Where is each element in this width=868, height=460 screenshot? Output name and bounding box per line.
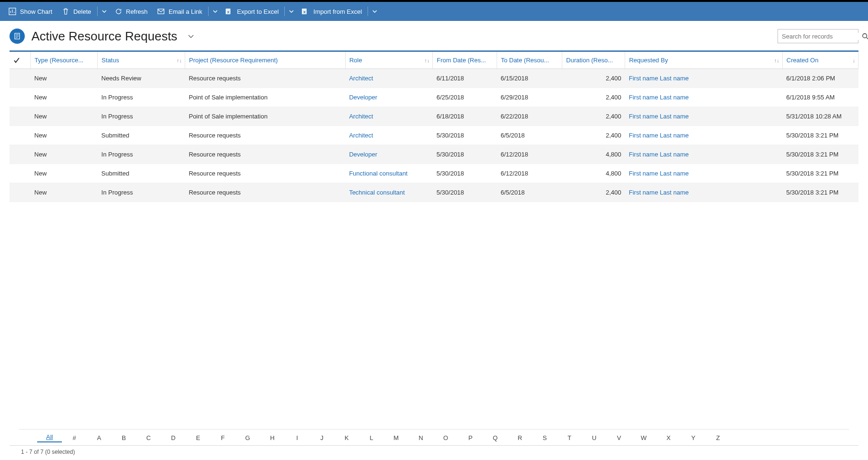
alpha-filter-item[interactable]: I — [285, 434, 309, 441]
cell-status: Submitted — [98, 164, 185, 183]
alpha-filter-item[interactable]: D — [161, 434, 186, 441]
table-row[interactable]: NewIn ProgressResource requestsTechnical… — [10, 183, 858, 202]
cell-type: New — [30, 69, 98, 88]
table-row[interactable]: NewSubmittedResource requestsFunctional … — [10, 164, 858, 183]
sort-icon: ↑↓ — [424, 58, 429, 63]
search-box[interactable] — [778, 29, 858, 43]
col-header-from-date[interactable]: From Date (Res... — [433, 52, 497, 69]
cell-requested-by-link[interactable]: First name Last name — [625, 183, 783, 202]
import-excel-button[interactable]: x Import from Excel — [297, 2, 367, 21]
cell-to-date: 6/12/2018 — [497, 164, 562, 183]
cell-to-date: 6/12/2018 — [497, 145, 562, 164]
alpha-filter-item[interactable]: O — [433, 434, 458, 441]
alpha-filter-item[interactable]: Z — [706, 434, 730, 441]
alpha-filter-item[interactable]: F — [210, 434, 235, 441]
alpha-filter-item[interactable]: L — [359, 434, 384, 441]
cell-role-link[interactable]: Architect — [345, 107, 433, 126]
col-header-role[interactable]: Role↑↓ — [345, 52, 433, 69]
import-excel-dropdown[interactable] — [369, 2, 380, 21]
email-link-dropdown[interactable] — [210, 2, 221, 21]
excel-import-icon: x — [302, 8, 309, 15]
cell-role-link[interactable]: Functional consultant — [345, 164, 433, 183]
alpha-filter-item[interactable]: P — [458, 434, 483, 441]
col-header-requested-by[interactable]: Requested By↑↓ — [625, 52, 783, 69]
alpha-filter-item[interactable]: S — [532, 434, 557, 441]
email-link-button[interactable]: Email a Link — [152, 2, 207, 21]
refresh-button[interactable]: Refresh — [110, 2, 153, 21]
alpha-filter-item[interactable]: E — [186, 434, 210, 441]
alpha-filter-item[interactable]: K — [334, 434, 359, 441]
alpha-filter-item[interactable]: V — [607, 434, 631, 441]
alpha-filter-item[interactable]: R — [508, 434, 532, 441]
cell-role-link[interactable]: Developer — [345, 88, 433, 107]
alpha-filter-item[interactable]: N — [409, 434, 433, 441]
row-checkbox-cell[interactable] — [10, 69, 30, 88]
cell-type: New — [30, 164, 98, 183]
alpha-filter-item[interactable]: A — [87, 434, 111, 441]
cell-created-on: 5/30/2018 3:21 PM — [782, 126, 858, 145]
cell-to-date: 6/5/2018 — [497, 126, 562, 145]
search-input[interactable] — [782, 33, 862, 40]
cell-requested-by-link[interactable]: First name Last name — [625, 126, 783, 145]
table-row[interactable]: NewIn ProgressPoint of Sale implementati… — [10, 107, 858, 126]
alpha-filter-item[interactable]: J — [309, 434, 334, 441]
cell-status: In Progress — [98, 183, 185, 202]
cell-requested-by-link[interactable]: First name Last name — [625, 107, 783, 126]
cell-role-link[interactable]: Architect — [345, 69, 433, 88]
show-chart-button[interactable]: Show Chart — [4, 2, 57, 21]
alpha-filter-item[interactable]: # — [62, 434, 87, 441]
row-checkbox-cell[interactable] — [10, 88, 30, 107]
alpha-filter-item[interactable]: T — [557, 434, 582, 441]
row-checkbox-cell[interactable] — [10, 126, 30, 145]
alpha-filter-item[interactable]: W — [631, 434, 656, 441]
sort-icon: ↓ — [853, 58, 856, 63]
alpha-filter-item[interactable]: B — [111, 434, 136, 441]
cell-project: Resource requests — [185, 69, 345, 88]
separator — [368, 7, 368, 16]
show-chart-label: Show Chart — [20, 8, 52, 15]
alpha-filter-item[interactable]: M — [384, 434, 409, 441]
col-header-created-on[interactable]: Created On↓ — [782, 52, 858, 69]
row-checkbox-cell[interactable] — [10, 145, 30, 164]
cell-requested-by-link[interactable]: First name Last name — [625, 88, 783, 107]
col-header-status[interactable]: Status↑↓ — [98, 52, 185, 69]
alpha-filter-item[interactable]: C — [136, 434, 161, 441]
delete-dropdown[interactable] — [99, 2, 110, 21]
resource-request-grid: Type (Resource... Status↑↓ Project (Reso… — [10, 52, 858, 202]
table-row[interactable]: NewNeeds ReviewResource requestsArchitec… — [10, 69, 858, 88]
cell-requested-by-link[interactable]: First name Last name — [625, 69, 783, 88]
alpha-filter-item[interactable]: G — [235, 434, 260, 441]
cell-role-link[interactable]: Technical consultant — [345, 183, 433, 202]
alpha-filter-item[interactable]: X — [656, 434, 681, 441]
col-header-to-date[interactable]: To Date (Resou... — [497, 52, 562, 69]
table-row[interactable]: NewSubmittedResource requestsArchitect5/… — [10, 126, 858, 145]
export-excel-dropdown[interactable] — [286, 2, 297, 21]
row-checkbox-cell[interactable] — [10, 164, 30, 183]
alpha-filter-item[interactable]: Q — [483, 434, 508, 441]
col-header-project[interactable]: Project (Resource Requirement) — [185, 52, 345, 69]
select-all-checkbox[interactable] — [10, 52, 30, 69]
alpha-filter-item[interactable]: H — [260, 434, 285, 441]
cell-role-link[interactable]: Developer — [345, 145, 433, 164]
cell-duration: 2,400 — [562, 107, 625, 126]
alpha-filter-item[interactable]: All — [37, 433, 62, 442]
row-checkbox-cell[interactable] — [10, 183, 30, 202]
delete-button[interactable]: Delete — [57, 2, 96, 21]
table-row[interactable]: NewIn ProgressPoint of Sale implementati… — [10, 88, 858, 107]
table-row[interactable]: NewIn ProgressResource requestsDeveloper… — [10, 145, 858, 164]
search-icon[interactable] — [862, 33, 868, 39]
col-header-type[interactable]: Type (Resource... — [30, 52, 98, 69]
export-excel-button[interactable]: x Export to Excel — [221, 2, 283, 21]
cell-requested-by-link[interactable]: First name Last name — [625, 145, 783, 164]
row-checkbox-cell[interactable] — [10, 107, 30, 126]
alpha-filter-item[interactable]: Y — [681, 434, 706, 441]
view-selector-chevron[interactable] — [188, 33, 194, 39]
cell-requested-by-link[interactable]: First name Last name — [625, 164, 783, 183]
email-link-label: Email a Link — [169, 8, 202, 15]
cell-role-link[interactable]: Architect — [345, 126, 433, 145]
alpha-filter-item[interactable]: U — [582, 434, 607, 441]
cell-to-date: 6/22/2018 — [497, 107, 562, 126]
cell-from-date: 6/25/2018 — [433, 88, 497, 107]
col-header-duration[interactable]: Duration (Reso... — [562, 52, 625, 69]
cell-type: New — [30, 126, 98, 145]
